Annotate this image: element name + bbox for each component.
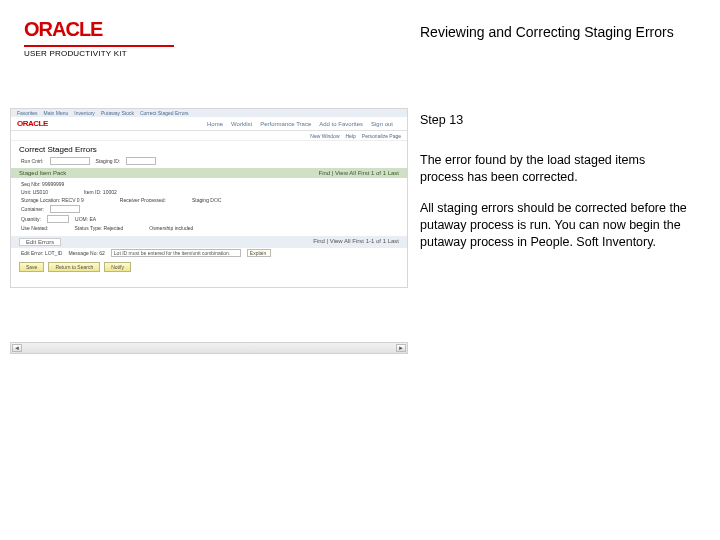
run-cntrl-value [50,157,90,165]
app-oracle-logo: ORACLE [17,119,48,128]
seq-field: Seq Nbr: 99999999 [21,181,64,187]
app-menu-item[interactable]: Add to Favorites [319,121,363,127]
app-sublink[interactable]: Personalize Page [362,133,401,139]
crumb: Main Menu [44,110,69,116]
nested-field: Use Nested: [21,225,49,231]
crumb: Correct Staged Errors [140,110,189,116]
loc-field: Storage Location: RECV 0 9 [21,197,84,203]
brand-rule [24,45,174,47]
error-text: Lot ID must be entered for the item/unit… [111,249,241,257]
brand-subtitle: USER PRODUCTIVITY KIT [24,49,184,58]
app-menu-item[interactable]: Worklist [231,121,252,127]
app-menu-item[interactable]: Performance Trace [260,121,311,127]
status-field: Status Type: Rejected [75,225,124,231]
recv-field: Receiver Processed: [120,197,166,203]
error-code: Edit Error: LOT_ID [21,250,62,256]
note-paragraph-1: The error found by the load staged items… [420,152,690,186]
run-cntrl-label: Run Cntrl: [21,158,44,164]
crumb: Favorites [17,110,38,116]
staging-id-label: Staging ID: [96,158,121,164]
brand-block: ORACLE USER PRODUCTIVITY KIT [24,18,184,58]
step-label: Step 13 [420,112,690,129]
errors-paging: Find | View All First 1-1 of 1 Last [313,238,399,246]
page-title: Reviewing and Correcting Staging Errors [420,24,674,40]
crumb: Putaway Stock [101,110,134,116]
qty-label: Quantity: [21,216,41,222]
edit-errors-tab[interactable]: Edit Errors [19,238,61,246]
app-menu-item[interactable]: Sign out [371,121,393,127]
container-field: Container: [21,206,44,212]
explain-button[interactable]: Explain [247,249,271,257]
unit-field: Unit: US010 [21,189,48,195]
scroll-right-icon[interactable]: ► [396,344,406,352]
oracle-logo: ORACLE [24,18,184,41]
app-sublink[interactable]: New Window [310,133,339,139]
scroll-left-icon[interactable]: ◄ [12,344,22,352]
note-paragraph-2: All staging errors should be corrected b… [420,200,690,251]
horizontal-scrollbar[interactable]: ◄ ► [10,342,408,354]
item-field: Item ID: 10002 [84,189,117,195]
return-to-search-button[interactable]: Return to Search [48,262,100,272]
staged-item-band: Staged Item Pack [19,170,66,176]
stg-field: Staging DOC [192,197,221,203]
ownership-field: Ownership included [149,225,193,231]
uom-field: UOM: EA [75,216,96,222]
notify-button[interactable]: Notify [104,262,131,272]
save-button[interactable]: Save [19,262,44,272]
error-msgno: Message No: 62 [68,250,104,256]
app-breadcrumb: Favorites Main Menu Inventory Putaway St… [11,109,407,117]
embedded-screenshot: Favorites Main Menu Inventory Putaway St… [10,108,408,288]
container-input[interactable] [50,205,80,213]
staging-id-value [126,157,156,165]
app-page-title: Correct Staged Errors [11,141,407,156]
crumb: Inventory [74,110,95,116]
qty-input[interactable] [47,215,69,223]
band-paging: Find | View All First 1 of 1 Last [319,170,399,176]
app-sublink[interactable]: Help [346,133,356,139]
app-menu-item[interactable]: Home [207,121,223,127]
